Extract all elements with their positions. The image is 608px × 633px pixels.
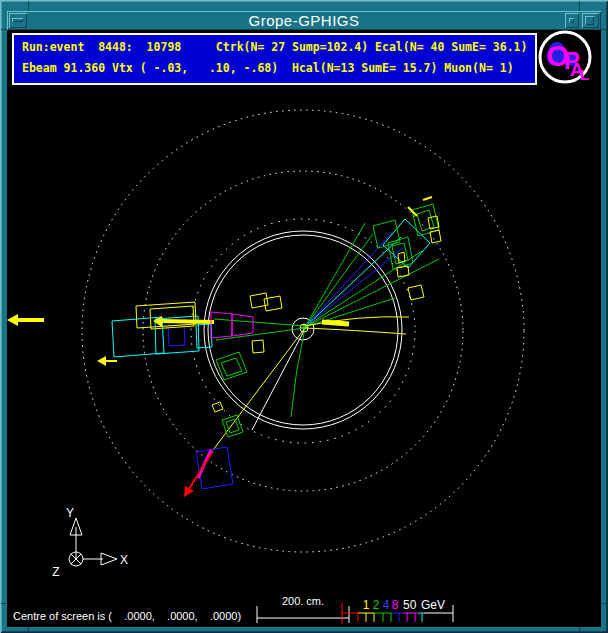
ecal-tr-yellow-line-2 <box>423 197 432 200</box>
track-yellow-right-1 <box>305 317 409 326</box>
event-display: O P A L YXZ200. cm.124850GeV <box>7 30 601 627</box>
muon-box-left-blue <box>168 325 185 346</box>
opal-letter-l: L <box>580 66 589 83</box>
ecal-tr-yellow-2 <box>430 230 441 243</box>
hcal-green-box-1b <box>221 358 242 376</box>
track-green-jet-3 <box>305 251 422 327</box>
muon-track-red <box>187 451 213 492</box>
legend-digit-1: 1 <box>363 598 370 612</box>
track-white-downleft <box>252 329 305 430</box>
ecal-yellow-diamond <box>212 402 223 412</box>
track-green-left-2 <box>216 328 305 340</box>
opal-logo: O P A L <box>540 32 590 83</box>
ecal-bar-near-vertex <box>322 322 349 324</box>
frame-joint <box>579 1 580 11</box>
track-green-left-1 <box>214 319 305 326</box>
maximize-button[interactable] <box>582 13 599 28</box>
app-window: Grope-GPHIGS Run:event 8448: 10798 Ctrk(… <box>0 0 608 633</box>
scale-bar-label: 200. cm. <box>282 595 324 607</box>
axis-label-z: Z <box>52 565 59 579</box>
ecal-tr-yellow-line-1 <box>408 207 417 216</box>
ecal-small-yellow-3 <box>252 340 264 353</box>
ecal-tr-yellow-square <box>408 285 424 300</box>
hcal-cluster-tr-green-1 <box>373 220 400 248</box>
presampler-left-magenta-1 <box>211 312 232 338</box>
legend-digit-2: 2 <box>373 598 380 612</box>
ecal-bar-left-shaft <box>160 321 214 322</box>
legend-digit-4: 4 <box>383 598 390 612</box>
presampler-left-magenta-2 <box>232 314 253 336</box>
small-arrow-head <box>97 356 106 366</box>
legend-digit-8: 8 <box>392 598 399 612</box>
window-menu-button[interactable] <box>9 13 27 28</box>
legend-digit-50: 50 <box>403 598 417 612</box>
status-bar: Centre of screen is ( .0000, .0000, .000… <box>13 610 241 622</box>
track-cyan-jet <box>305 237 401 327</box>
track-yellow-right-2 <box>305 328 406 334</box>
minimize-button[interactable] <box>565 13 579 28</box>
track-yellow-downleft <box>213 328 305 450</box>
momentum-arrow-head <box>7 314 18 326</box>
ecal-small-yellow-2 <box>264 296 282 311</box>
frame-joint <box>28 1 29 11</box>
frame-joint <box>601 29 607 30</box>
hcal-green-box-1a <box>216 352 247 380</box>
frame-joint <box>601 603 607 604</box>
axis-label-y: Y <box>66 506 74 520</box>
legend-unit-gev: GeV <box>421 598 445 612</box>
ecal-cluster-left-yellow-1 <box>136 302 196 328</box>
hcal-cluster-tr-green-3b <box>417 210 434 231</box>
axis-x-arrowhead <box>101 553 117 565</box>
title-bar[interactable]: Grope-GPHIGS <box>7 11 601 30</box>
axis-label-x: X <box>120 553 128 567</box>
window-title: Grope-GPHIGS <box>248 12 359 29</box>
